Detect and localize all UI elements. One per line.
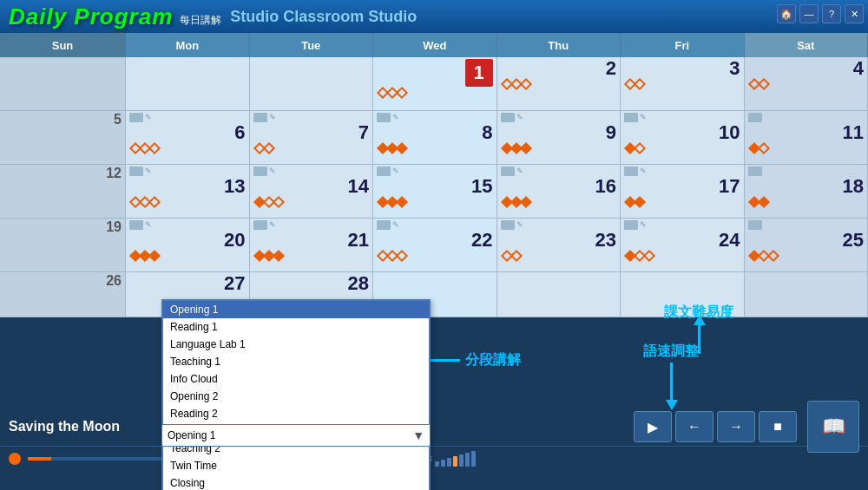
cal-cell-w2-tue[interactable]: ✎ 7 bbox=[250, 111, 374, 164]
home-icon[interactable]: 🏠 bbox=[777, 4, 796, 23]
diamond-icon bbox=[396, 250, 408, 262]
cal-cell-w2-sat[interactable]: 11 bbox=[745, 111, 869, 164]
cal-date-17[interactable]: 17 bbox=[719, 177, 740, 196]
calendar-header: Sun Mon Tue Wed Thu Fri Sat bbox=[0, 33, 868, 57]
day-header-fri: Fri bbox=[621, 33, 745, 57]
cal-date-21[interactable]: 21 bbox=[348, 231, 369, 250]
cal-cell-w4-thu[interactable]: ✎ 23 bbox=[497, 219, 621, 271]
dropdown-item-5[interactable]: Opening 2 bbox=[163, 388, 429, 405]
cal-icons-w2-wed bbox=[377, 144, 493, 153]
cal-date-27[interactable]: 27 bbox=[224, 274, 245, 293]
book-button[interactable]: 📖 bbox=[807, 401, 859, 453]
cal-cell-w3-sat[interactable]: 18 bbox=[745, 165, 869, 218]
diamond-icon bbox=[396, 87, 408, 99]
cal-date-24[interactable]: 24 bbox=[719, 231, 740, 250]
app-container: Daily Program 每日講解 Studio Classroom Stud… bbox=[0, 0, 868, 490]
prev-button[interactable]: ← bbox=[675, 411, 713, 442]
cal-icons-w1-wed bbox=[377, 88, 493, 97]
info-row: Saving the Moon February 1 00:28 Total t… bbox=[0, 408, 868, 447]
progress-row: 🔊 S≡ bbox=[0, 447, 868, 471]
cal-date-2[interactable]: 2 bbox=[606, 59, 616, 78]
cal-cell-w5-thu[interactable] bbox=[497, 272, 621, 317]
cal-cell-w4-sun[interactable]: 19 bbox=[0, 219, 126, 271]
cal-cell-w4-sat[interactable]: 25 bbox=[745, 219, 869, 271]
cal-cell-w5-sun[interactable]: 26 bbox=[0, 272, 126, 317]
cal-cell-w2-fri[interactable]: ✎ 10 bbox=[621, 111, 745, 164]
annotation-label-left: 分段講解 bbox=[465, 351, 521, 369]
dropdown-item-2[interactable]: Language Lab 1 bbox=[163, 336, 429, 353]
cal-cell-w4-fri[interactable]: ✎ 24 bbox=[621, 219, 745, 271]
cal-cell-w4-tue[interactable]: ✎ 21 bbox=[250, 219, 374, 271]
speed-seg-6 bbox=[465, 453, 470, 467]
cal-date-9[interactable]: 9 bbox=[606, 123, 616, 142]
lesson-title: Saving the Moon bbox=[9, 419, 165, 434]
cal-date-1[interactable]: 1 bbox=[465, 59, 493, 87]
cal-cell-w3-thu[interactable]: ✎ 16 bbox=[497, 165, 621, 218]
cal-date-15[interactable]: 15 bbox=[471, 177, 492, 196]
dropdown-item-0[interactable]: Opening 1 bbox=[163, 301, 429, 318]
cal-date-23[interactable]: 23 bbox=[595, 231, 616, 250]
cal-date-20[interactable]: 20 bbox=[224, 231, 245, 250]
cal-icons-w3-wed bbox=[377, 198, 493, 206]
diamond-icon bbox=[148, 250, 161, 262]
lesson-select-box[interactable]: Opening 1 ▼ bbox=[161, 424, 431, 447]
cal-cell-w1-sat[interactable]: 4 bbox=[745, 57, 869, 110]
cal-date-14[interactable]: 14 bbox=[348, 177, 369, 196]
cal-icons-w1-fri bbox=[624, 80, 740, 88]
stop-button[interactable]: ■ bbox=[759, 411, 797, 442]
diamond-icon bbox=[396, 142, 408, 154]
cal-cell-w1-wed[interactable]: 1 bbox=[373, 57, 497, 110]
cal-icons-w2-sat bbox=[748, 144, 865, 153]
speed-seg-1 bbox=[435, 461, 439, 467]
cal-cell-w2-thu[interactable]: ✎ 9 bbox=[497, 111, 621, 164]
cal-cell-w3-tue[interactable]: ✎ 14 bbox=[250, 165, 374, 218]
dropdown-item-6[interactable]: Reading 2 bbox=[163, 405, 429, 422]
cal-cell-w3-fri[interactable]: ✎ 17 bbox=[621, 165, 745, 218]
cal-date-11[interactable]: 11 bbox=[843, 123, 864, 142]
cal-date-16[interactable]: 16 bbox=[595, 177, 616, 196]
cal-icons-w3-tue bbox=[253, 198, 370, 206]
lesson-dropdown-panel[interactable]: Opening 1 Reading 1 Language Lab 1 Teach… bbox=[161, 299, 431, 490]
cal-date-25[interactable]: 25 bbox=[843, 231, 864, 250]
cal-cell-w3-sun[interactable]: 12 bbox=[0, 165, 126, 218]
cal-date-3[interactable]: 3 bbox=[729, 59, 740, 78]
dropdown-item-9[interactable]: Twin Time bbox=[163, 457, 429, 474]
cal-cell-w3-wed[interactable]: ✎ 15 bbox=[373, 165, 497, 218]
cal-cell-w2-sun[interactable]: 5 bbox=[0, 111, 126, 164]
play-button[interactable]: ▶ bbox=[634, 411, 672, 442]
cal-cell-w5-fri[interactable] bbox=[621, 272, 745, 317]
cal-cell-w1-thu[interactable]: 2 bbox=[497, 57, 621, 110]
cal-cell-w3-mon[interactable]: ✎ 13 bbox=[126, 165, 250, 218]
cal-date-8[interactable]: 8 bbox=[482, 123, 492, 142]
dropdown-item-4[interactable]: Info Cloud bbox=[163, 370, 429, 388]
cal-cell-w1-mon[interactable] bbox=[126, 57, 250, 110]
speed-bar[interactable] bbox=[435, 451, 476, 467]
cal-date-7[interactable]: 7 bbox=[358, 123, 369, 142]
cal-cell-w2-wed[interactable]: ✎ 8 bbox=[373, 111, 497, 164]
cal-cell-w4-wed[interactable]: ✎ 22 bbox=[373, 219, 497, 271]
cal-date-6[interactable]: 6 bbox=[234, 123, 245, 142]
cal-cell-w1-tue[interactable] bbox=[250, 57, 374, 110]
dropdown-item-1[interactable]: Reading 1 bbox=[163, 318, 429, 336]
day-header-mon: Mon bbox=[126, 33, 250, 57]
cal-icons-w3-sat bbox=[748, 198, 865, 206]
cal-date-22[interactable]: 22 bbox=[471, 231, 492, 250]
cal-date-10[interactable]: 10 bbox=[719, 123, 740, 142]
cal-cell-w5-sat[interactable] bbox=[745, 272, 869, 317]
cal-cell-w4-mon[interactable]: ✎ 20 bbox=[126, 219, 250, 271]
cal-date-4[interactable]: 4 bbox=[853, 59, 864, 78]
next-button[interactable]: → bbox=[717, 411, 755, 442]
dropdown-item-3[interactable]: Teaching 1 bbox=[163, 353, 429, 370]
cal-date-28[interactable]: 28 bbox=[348, 274, 369, 293]
dropdown-item-10[interactable]: Closing bbox=[163, 474, 429, 490]
help-icon[interactable]: ? bbox=[822, 4, 841, 23]
cal-date-18[interactable]: 18 bbox=[843, 177, 864, 196]
cal-icons-w4-thu bbox=[501, 252, 617, 260]
close-icon[interactable]: ✕ bbox=[845, 4, 864, 23]
cal-cell-w2-mon[interactable]: ✎ 6 bbox=[126, 111, 250, 164]
cal-date-13[interactable]: 13 bbox=[224, 177, 245, 196]
header-icons: 🏠 — ? ✕ bbox=[777, 4, 864, 23]
cal-cell-w1-sun[interactable] bbox=[0, 57, 126, 110]
cal-cell-w1-fri[interactable]: 3 bbox=[621, 57, 745, 110]
minimize-icon[interactable]: — bbox=[799, 4, 819, 23]
